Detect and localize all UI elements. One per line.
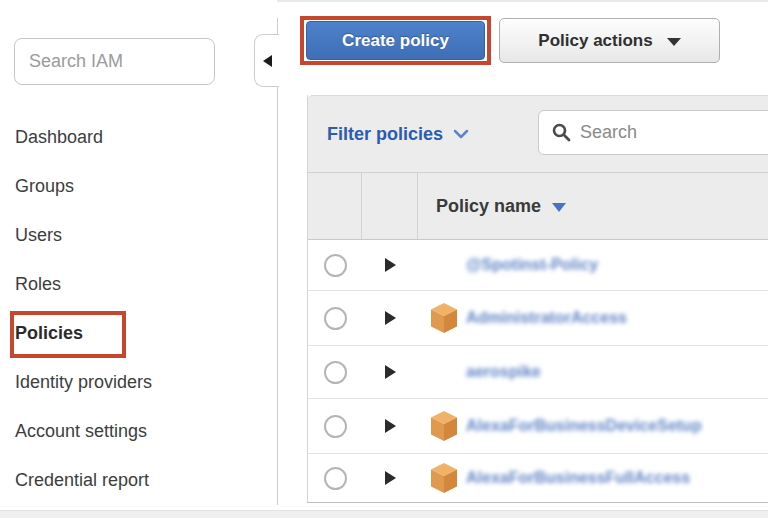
collapse-left-icon	[263, 55, 272, 67]
sidebar-item-roles[interactable]: Roles	[0, 260, 277, 309]
chevron-down-icon	[667, 38, 681, 46]
filter-policies-label: Filter policies	[327, 124, 443, 145]
expand-row-icon[interactable]	[385, 311, 396, 325]
select-policy-radio[interactable]	[324, 307, 347, 330]
policies-panel: Filter policies Policy name	[307, 95, 768, 503]
policy-name-header-label: Policy name	[436, 196, 541, 217]
policy-name-link[interactable]: AlexaForBusinessFullAccess	[466, 469, 690, 487]
select-policy-radio[interactable]	[324, 254, 347, 277]
filter-policies-dropdown[interactable]: Filter policies	[327, 124, 469, 145]
policy-search-input[interactable]	[580, 122, 750, 143]
policy-name-link[interactable]: @Spotinst-Policy	[466, 256, 598, 274]
sidebar-item-credential-report[interactable]: Credential report	[0, 456, 277, 505]
table-row: AlexaForBusinessDeviceSetup	[308, 398, 768, 453]
aws-managed-policy-icon	[431, 411, 457, 441]
expand-column-header	[362, 173, 418, 239]
policy-actions-label: Policy actions	[538, 31, 652, 51]
table-row: @Spotinst-Policy	[308, 240, 768, 290]
policy-name-column-header[interactable]: Policy name	[418, 173, 768, 239]
sidebar-item-dashboard[interactable]: Dashboard	[0, 113, 277, 162]
page-bottom-strip	[0, 510, 768, 518]
sidebar-item-groups[interactable]: Groups	[0, 162, 277, 211]
chevron-down-icon	[453, 129, 469, 139]
table-row: AdministratorAccess	[308, 290, 768, 345]
aws-managed-policy-icon	[431, 463, 457, 493]
aws-managed-policy-icon	[431, 303, 457, 333]
expand-row-icon[interactable]	[385, 258, 396, 272]
select-policy-radio[interactable]	[324, 415, 347, 438]
expand-row-icon[interactable]	[385, 419, 396, 433]
search-icon	[552, 123, 571, 142]
filter-bar: Filter policies	[308, 95, 768, 173]
policy-actions-button[interactable]: Policy actions	[499, 18, 720, 63]
policy-search-box[interactable]	[538, 110, 768, 155]
select-policy-radio[interactable]	[324, 361, 347, 384]
sidebar-item-identity-providers[interactable]: Identity providers	[0, 358, 277, 407]
table-row: aerospike	[308, 345, 768, 398]
policy-table-body: @Spotinst-Policy AdministratorAccess aer…	[308, 240, 768, 502]
sidebar-nav: DashboardGroupsUsersRolesPoliciesIdentit…	[0, 113, 277, 505]
policy-name-link[interactable]: AdministratorAccess	[466, 309, 627, 327]
sort-descending-icon	[552, 203, 566, 212]
table-header-row: Policy name	[308, 173, 768, 240]
select-column-header	[308, 173, 362, 239]
iam-sidebar: DashboardGroupsUsersRolesPoliciesIdentit…	[0, 0, 277, 510]
create-policy-button[interactable]: Create policy	[306, 21, 485, 60]
sidebar-item-users[interactable]: Users	[0, 211, 277, 260]
expand-row-icon[interactable]	[385, 365, 396, 379]
expand-row-icon[interactable]	[385, 471, 396, 485]
sidebar-item-policies[interactable]: Policies	[0, 309, 277, 358]
sidebar-item-account-settings[interactable]: Account settings	[0, 407, 277, 456]
table-row: AlexaForBusinessFullAccess	[308, 453, 768, 502]
policy-name-link[interactable]: AlexaForBusinessDeviceSetup	[466, 417, 702, 435]
sidebar-divider	[277, 18, 278, 505]
sidebar-collapse-button[interactable]	[254, 34, 279, 87]
policy-name-link[interactable]: aerospike	[466, 363, 541, 381]
select-policy-radio[interactable]	[324, 467, 347, 490]
search-iam-input[interactable]	[14, 38, 215, 85]
